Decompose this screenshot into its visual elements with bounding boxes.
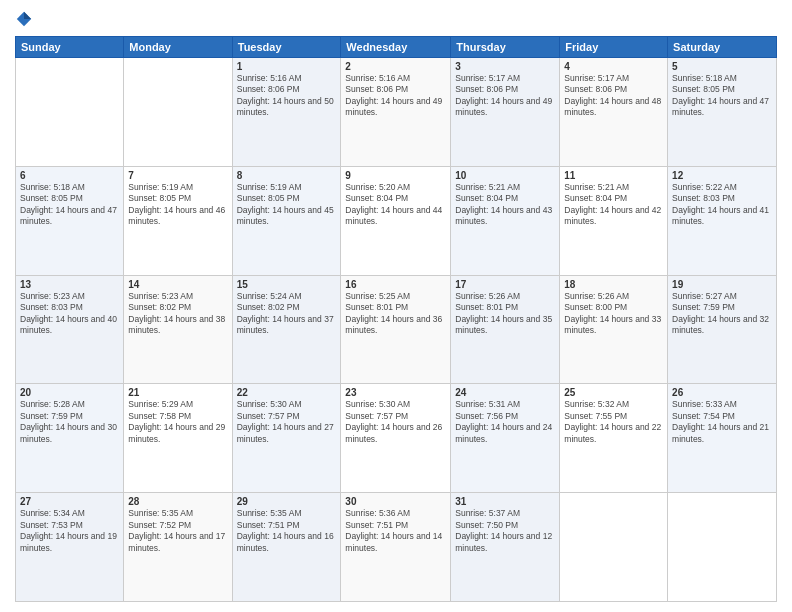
calendar-body: 1 Sunrise: 5:16 AMSunset: 8:06 PMDayligh… bbox=[16, 58, 777, 602]
day-info: Sunrise: 5:29 AMSunset: 7:58 PMDaylight:… bbox=[128, 399, 227, 445]
week-row-2: 6 Sunrise: 5:18 AMSunset: 8:05 PMDayligh… bbox=[16, 166, 777, 275]
day-info: Sunrise: 5:18 AMSunset: 8:05 PMDaylight:… bbox=[20, 182, 119, 228]
week-row-1: 1 Sunrise: 5:16 AMSunset: 8:06 PMDayligh… bbox=[16, 58, 777, 167]
day-number: 27 bbox=[20, 496, 119, 507]
day-info: Sunrise: 5:28 AMSunset: 7:59 PMDaylight:… bbox=[20, 399, 119, 445]
day-cell: 23 Sunrise: 5:30 AMSunset: 7:57 PMDaylig… bbox=[341, 384, 451, 493]
day-cell: 14 Sunrise: 5:23 AMSunset: 8:02 PMDaylig… bbox=[124, 275, 232, 384]
day-number: 22 bbox=[237, 387, 337, 398]
day-number: 28 bbox=[128, 496, 227, 507]
day-info: Sunrise: 5:34 AMSunset: 7:53 PMDaylight:… bbox=[20, 508, 119, 554]
day-info: Sunrise: 5:30 AMSunset: 7:57 PMDaylight:… bbox=[237, 399, 337, 445]
day-number: 18 bbox=[564, 279, 663, 290]
day-cell: 2 Sunrise: 5:16 AMSunset: 8:06 PMDayligh… bbox=[341, 58, 451, 167]
day-info: Sunrise: 5:22 AMSunset: 8:03 PMDaylight:… bbox=[672, 182, 772, 228]
day-info: Sunrise: 5:25 AMSunset: 8:01 PMDaylight:… bbox=[345, 291, 446, 337]
day-cell: 7 Sunrise: 5:19 AMSunset: 8:05 PMDayligh… bbox=[124, 166, 232, 275]
day-number: 5 bbox=[672, 61, 772, 72]
day-cell: 13 Sunrise: 5:23 AMSunset: 8:03 PMDaylig… bbox=[16, 275, 124, 384]
calendar-header: Sunday Monday Tuesday Wednesday Thursday… bbox=[16, 37, 777, 58]
day-cell: 25 Sunrise: 5:32 AMSunset: 7:55 PMDaylig… bbox=[560, 384, 668, 493]
day-number: 10 bbox=[455, 170, 555, 181]
day-number: 30 bbox=[345, 496, 446, 507]
day-number: 31 bbox=[455, 496, 555, 507]
day-info: Sunrise: 5:18 AMSunset: 8:05 PMDaylight:… bbox=[672, 73, 772, 119]
day-info: Sunrise: 5:19 AMSunset: 8:05 PMDaylight:… bbox=[128, 182, 227, 228]
col-wednesday: Wednesday bbox=[341, 37, 451, 58]
day-cell: 30 Sunrise: 5:36 AMSunset: 7:51 PMDaylig… bbox=[341, 493, 451, 602]
col-saturday: Saturday bbox=[668, 37, 777, 58]
col-friday: Friday bbox=[560, 37, 668, 58]
col-monday: Monday bbox=[124, 37, 232, 58]
day-cell: 16 Sunrise: 5:25 AMSunset: 8:01 PMDaylig… bbox=[341, 275, 451, 384]
day-info: Sunrise: 5:23 AMSunset: 8:03 PMDaylight:… bbox=[20, 291, 119, 337]
day-cell: 12 Sunrise: 5:22 AMSunset: 8:03 PMDaylig… bbox=[668, 166, 777, 275]
svg-marker-1 bbox=[24, 12, 31, 19]
day-info: Sunrise: 5:21 AMSunset: 8:04 PMDaylight:… bbox=[564, 182, 663, 228]
day-cell: 28 Sunrise: 5:35 AMSunset: 7:52 PMDaylig… bbox=[124, 493, 232, 602]
day-info: Sunrise: 5:17 AMSunset: 8:06 PMDaylight:… bbox=[455, 73, 555, 119]
day-info: Sunrise: 5:33 AMSunset: 7:54 PMDaylight:… bbox=[672, 399, 772, 445]
day-info: Sunrise: 5:16 AMSunset: 8:06 PMDaylight:… bbox=[237, 73, 337, 119]
page: Sunday Monday Tuesday Wednesday Thursday… bbox=[0, 0, 792, 612]
day-info: Sunrise: 5:36 AMSunset: 7:51 PMDaylight:… bbox=[345, 508, 446, 554]
day-number: 19 bbox=[672, 279, 772, 290]
day-info: Sunrise: 5:19 AMSunset: 8:05 PMDaylight:… bbox=[237, 182, 337, 228]
day-cell: 17 Sunrise: 5:26 AMSunset: 8:01 PMDaylig… bbox=[451, 275, 560, 384]
col-sunday: Sunday bbox=[16, 37, 124, 58]
day-number: 9 bbox=[345, 170, 446, 181]
day-cell: 10 Sunrise: 5:21 AMSunset: 8:04 PMDaylig… bbox=[451, 166, 560, 275]
day-info: Sunrise: 5:26 AMSunset: 8:00 PMDaylight:… bbox=[564, 291, 663, 337]
day-cell bbox=[124, 58, 232, 167]
col-thursday: Thursday bbox=[451, 37, 560, 58]
day-cell: 26 Sunrise: 5:33 AMSunset: 7:54 PMDaylig… bbox=[668, 384, 777, 493]
day-info: Sunrise: 5:30 AMSunset: 7:57 PMDaylight:… bbox=[345, 399, 446, 445]
day-number: 11 bbox=[564, 170, 663, 181]
day-info: Sunrise: 5:37 AMSunset: 7:50 PMDaylight:… bbox=[455, 508, 555, 554]
col-tuesday: Tuesday bbox=[232, 37, 341, 58]
day-number: 17 bbox=[455, 279, 555, 290]
day-cell: 24 Sunrise: 5:31 AMSunset: 7:56 PMDaylig… bbox=[451, 384, 560, 493]
day-number: 24 bbox=[455, 387, 555, 398]
day-cell bbox=[16, 58, 124, 167]
day-number: 25 bbox=[564, 387, 663, 398]
day-info: Sunrise: 5:20 AMSunset: 8:04 PMDaylight:… bbox=[345, 182, 446, 228]
day-info: Sunrise: 5:31 AMSunset: 7:56 PMDaylight:… bbox=[455, 399, 555, 445]
day-cell: 21 Sunrise: 5:29 AMSunset: 7:58 PMDaylig… bbox=[124, 384, 232, 493]
week-row-5: 27 Sunrise: 5:34 AMSunset: 7:53 PMDaylig… bbox=[16, 493, 777, 602]
logo bbox=[15, 10, 37, 28]
day-info: Sunrise: 5:32 AMSunset: 7:55 PMDaylight:… bbox=[564, 399, 663, 445]
week-row-4: 20 Sunrise: 5:28 AMSunset: 7:59 PMDaylig… bbox=[16, 384, 777, 493]
day-cell: 3 Sunrise: 5:17 AMSunset: 8:06 PMDayligh… bbox=[451, 58, 560, 167]
day-cell: 5 Sunrise: 5:18 AMSunset: 8:05 PMDayligh… bbox=[668, 58, 777, 167]
day-number: 20 bbox=[20, 387, 119, 398]
day-number: 16 bbox=[345, 279, 446, 290]
day-number: 8 bbox=[237, 170, 337, 181]
day-number: 1 bbox=[237, 61, 337, 72]
day-number: 12 bbox=[672, 170, 772, 181]
logo-icon bbox=[15, 10, 33, 28]
day-info: Sunrise: 5:24 AMSunset: 8:02 PMDaylight:… bbox=[237, 291, 337, 337]
day-info: Sunrise: 5:23 AMSunset: 8:02 PMDaylight:… bbox=[128, 291, 227, 337]
day-cell: 11 Sunrise: 5:21 AMSunset: 8:04 PMDaylig… bbox=[560, 166, 668, 275]
day-cell: 31 Sunrise: 5:37 AMSunset: 7:50 PMDaylig… bbox=[451, 493, 560, 602]
day-number: 6 bbox=[20, 170, 119, 181]
day-number: 15 bbox=[237, 279, 337, 290]
day-number: 2 bbox=[345, 61, 446, 72]
day-number: 3 bbox=[455, 61, 555, 72]
day-number: 29 bbox=[237, 496, 337, 507]
day-number: 13 bbox=[20, 279, 119, 290]
day-cell: 6 Sunrise: 5:18 AMSunset: 8:05 PMDayligh… bbox=[16, 166, 124, 275]
day-info: Sunrise: 5:21 AMSunset: 8:04 PMDaylight:… bbox=[455, 182, 555, 228]
day-cell: 20 Sunrise: 5:28 AMSunset: 7:59 PMDaylig… bbox=[16, 384, 124, 493]
day-number: 7 bbox=[128, 170, 227, 181]
day-cell: 18 Sunrise: 5:26 AMSunset: 8:00 PMDaylig… bbox=[560, 275, 668, 384]
day-number: 26 bbox=[672, 387, 772, 398]
day-number: 23 bbox=[345, 387, 446, 398]
week-row-3: 13 Sunrise: 5:23 AMSunset: 8:03 PMDaylig… bbox=[16, 275, 777, 384]
day-cell: 4 Sunrise: 5:17 AMSunset: 8:06 PMDayligh… bbox=[560, 58, 668, 167]
day-cell: 15 Sunrise: 5:24 AMSunset: 8:02 PMDaylig… bbox=[232, 275, 341, 384]
day-number: 14 bbox=[128, 279, 227, 290]
day-info: Sunrise: 5:27 AMSunset: 7:59 PMDaylight:… bbox=[672, 291, 772, 337]
day-info: Sunrise: 5:35 AMSunset: 7:52 PMDaylight:… bbox=[128, 508, 227, 554]
